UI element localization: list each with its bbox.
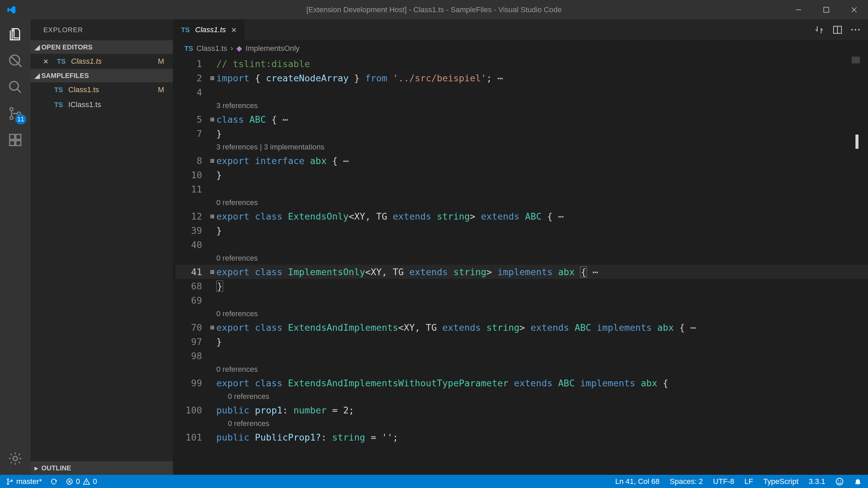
- line-number: 68: [176, 281, 208, 291]
- editor-body[interactable]: 1// tslint:disable 2⊞import { createNode…: [173, 57, 868, 475]
- problems-status[interactable]: 0 0: [66, 477, 97, 486]
- ts-file-icon: TS: [184, 45, 193, 53]
- feedback-icon[interactable]: [835, 477, 844, 486]
- open-editor-item[interactable]: × TS Class1.ts M: [31, 54, 173, 69]
- notifications-icon[interactable]: [854, 477, 862, 486]
- window-title: [Extension Development Host] - Class1.ts…: [307, 5, 562, 14]
- svg-point-22: [840, 480, 841, 481]
- svg-point-19: [86, 483, 87, 484]
- file-name: Class1.ts: [71, 57, 102, 66]
- line-number: 1: [176, 59, 208, 69]
- modified-badge: M: [158, 85, 164, 94]
- window-controls: [785, 0, 868, 19]
- svg-rect-8: [10, 141, 15, 146]
- tab-filename: Class1.ts: [195, 25, 226, 34]
- fold-collapsed-icon[interactable]: ⊞: [208, 212, 216, 220]
- search-icon[interactable]: [7, 79, 23, 95]
- samplefiles-header[interactable]: ◢ SAMPLEFILES: [31, 69, 173, 82]
- fold-ellipsis[interactable]: ⋯: [282, 114, 288, 125]
- svg-point-4: [10, 108, 13, 111]
- codelens-link[interactable]: 0 references: [216, 309, 258, 318]
- close-icon[interactable]: ×: [41, 56, 51, 67]
- line-number: 8: [176, 156, 208, 166]
- svg-rect-10: [16, 135, 21, 140]
- class-symbol-icon: ◆: [236, 44, 242, 53]
- minimap[interactable]: [856, 57, 860, 475]
- current-line[interactable]: 41⊞export class ImplementsOnly<XY, TG ex…: [176, 265, 868, 279]
- codelens-link[interactable]: 0 references: [216, 365, 258, 374]
- explorer-activity-icon[interactable]: [7, 26, 23, 42]
- activity-bar: 11: [0, 19, 31, 475]
- file-name: Class1.ts: [68, 85, 99, 94]
- maximize-button[interactable]: [812, 0, 840, 19]
- git-branch-status[interactable]: master*: [6, 477, 42, 486]
- line-number: 4: [176, 87, 208, 98]
- fold-ellipsis[interactable]: ⋯: [690, 322, 696, 333]
- file-tree-item[interactable]: TS Class1.ts M: [31, 82, 173, 97]
- ts-file-icon: TS: [51, 58, 66, 65]
- codelens-link[interactable]: 0 references: [228, 419, 269, 428]
- fold-collapsed-icon[interactable]: ⊞: [208, 268, 216, 276]
- line-number: 41: [176, 267, 208, 277]
- cursor-position-status[interactable]: Ln 41, Col 68: [615, 477, 659, 486]
- close-button[interactable]: [840, 0, 868, 19]
- indentation-status[interactable]: Spaces: 2: [670, 477, 703, 486]
- samplefiles-label: SAMPLEFILES: [41, 72, 89, 80]
- modified-badge: M: [158, 57, 164, 66]
- split-editor-icon[interactable]: [833, 25, 842, 35]
- svg-rect-9: [16, 141, 21, 146]
- fold-collapsed-icon[interactable]: ⊞: [208, 74, 216, 82]
- codelens-link[interactable]: 0 references: [216, 254, 258, 263]
- line-number: 39: [176, 225, 208, 236]
- svg-rect-7: [10, 135, 15, 140]
- line-number: 98: [176, 351, 208, 361]
- svg-point-21: [838, 480, 839, 481]
- line-number: 100: [176, 405, 208, 415]
- fold-ellipsis[interactable]: ⋯: [497, 73, 503, 83]
- language-status[interactable]: TypeScript: [763, 477, 798, 486]
- breadcrumbs[interactable]: TS Class1.ts › ◆ ImplementsOnly: [173, 40, 868, 57]
- fold-collapsed-icon[interactable]: ⊞: [208, 323, 216, 331]
- svg-point-14: [7, 479, 9, 480]
- line-number: 97: [176, 337, 208, 347]
- settings-gear-icon[interactable]: [7, 450, 23, 467]
- minimize-button[interactable]: [785, 0, 812, 19]
- search-activity-icon[interactable]: [7, 53, 23, 69]
- svg-rect-0: [796, 9, 801, 10]
- close-icon[interactable]: ×: [231, 25, 236, 35]
- ts-version-status[interactable]: 3.3.1: [809, 477, 825, 486]
- line-number: 99: [176, 378, 208, 388]
- sync-status[interactable]: [50, 478, 58, 485]
- extensions-activity-icon[interactable]: [7, 132, 23, 148]
- breadcrumb-symbol[interactable]: ImplementsOnly: [245, 44, 299, 53]
- codelens-link[interactable]: 3 references: [216, 101, 258, 110]
- breadcrumb-separator: ›: [231, 44, 233, 53]
- fold-ellipsis[interactable]: ⋯: [592, 267, 598, 277]
- codelens-link[interactable]: 3 references | 3 implementations: [216, 143, 324, 151]
- ts-file-icon: TS: [181, 26, 190, 34]
- line-number: 69: [176, 295, 208, 306]
- more-actions-icon[interactable]: • • •: [851, 27, 860, 33]
- compare-changes-icon[interactable]: [814, 25, 824, 35]
- outline-header[interactable]: ▸ OUTLINE: [31, 461, 173, 475]
- line-number: 101: [176, 432, 208, 443]
- minimap-slider[interactable]: [852, 57, 860, 63]
- fold-ellipsis[interactable]: ⋯: [343, 156, 349, 166]
- fold-ellipsis[interactable]: ⋯: [558, 211, 564, 222]
- fold-collapsed-icon[interactable]: ⊞: [208, 157, 216, 165]
- open-editors-header[interactable]: ◢ OPEN EDITORS: [31, 40, 173, 54]
- codelens-link[interactable]: 0 references: [228, 392, 269, 401]
- encoding-status[interactable]: UTF-8: [713, 477, 734, 486]
- fold-collapsed-icon[interactable]: ⊞: [208, 115, 216, 123]
- eol-status[interactable]: LF: [744, 477, 753, 486]
- line-number: 10: [176, 170, 208, 180]
- status-bar: master* 0 0 Ln 41, Col 68 Spaces: 2 UTF-…: [0, 475, 868, 488]
- codelens-link[interactable]: 0 references: [216, 198, 258, 207]
- open-editors-label: OPEN EDITORS: [41, 43, 93, 51]
- line-number: 12: [176, 211, 208, 222]
- breadcrumb-file[interactable]: Class1.ts: [197, 44, 227, 53]
- line-number: 5: [176, 114, 208, 125]
- editor-tab[interactable]: TS Class1.ts ×: [173, 19, 245, 40]
- file-tree-item[interactable]: TS IClass1.ts: [31, 97, 173, 112]
- scm-activity-icon[interactable]: 11: [7, 105, 23, 122]
